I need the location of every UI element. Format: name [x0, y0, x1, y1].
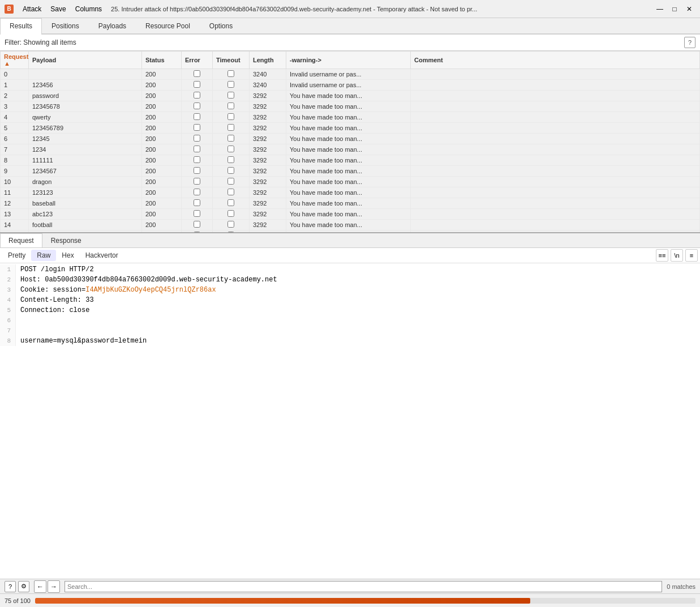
col-header-error[interactable]: Error — [182, 52, 213, 69]
table-row[interactable]: 2 password 200 3292 You have made too ma… — [1, 91, 700, 101]
cell-comment — [411, 134, 700, 144]
cell-comment — [411, 198, 700, 209]
cell-status: 200 — [142, 166, 182, 177]
tab-options[interactable]: Options — [200, 18, 242, 33]
cell-error — [182, 144, 213, 155]
sub-tab-icon-group: ≡≡ \n ≡ — [656, 249, 698, 262]
menu-columns[interactable]: Columns — [73, 4, 104, 14]
cell-error — [182, 166, 213, 177]
col-header-timeout[interactable]: Timeout — [213, 52, 250, 69]
status-bar: ? ⚙ ← → 0 matches — [0, 579, 700, 593]
col-header-length[interactable]: Length — [250, 52, 286, 69]
menu-icon-button[interactable]: ≡ — [685, 249, 698, 262]
line-content-5: Connection: close — [16, 305, 89, 315]
tab-resource-pool[interactable]: Resource Pool — [136, 18, 200, 33]
filter-help-button[interactable]: ? — [684, 37, 695, 48]
search-input[interactable] — [65, 581, 662, 592]
table-row[interactable]: 5 123456789 200 3292 You have made too m… — [1, 123, 700, 134]
cell-timeout — [213, 69, 250, 80]
cell-error — [182, 134, 213, 144]
menu-attack[interactable]: Attack — [20, 4, 44, 14]
tab-positions[interactable]: Positions — [42, 18, 89, 33]
table-row[interactable]: 3 12345678 200 3292 You have made too ma… — [1, 101, 700, 112]
close-button[interactable]: ✕ — [683, 3, 695, 15]
col-header-warning[interactable]: -warning-> — [286, 52, 411, 69]
code-area: 1 POST /login HTTP/2 2 Host: 0ab500d3039… — [0, 263, 700, 579]
table-row[interactable]: 12 baseball 200 3292 You have made too m… — [1, 198, 700, 209]
col-header-payload[interactable]: Payload — [29, 52, 142, 69]
col-header-comment[interactable]: Comment — [411, 52, 700, 69]
cell-error — [182, 187, 213, 198]
cell-request: 3 — [1, 101, 29, 112]
sub-tab-hex[interactable]: Hex — [56, 250, 79, 261]
cell-payload: 111111 — [29, 155, 142, 166]
cell-comment — [411, 220, 700, 230]
col-header-request[interactable]: Request ▲ — [1, 52, 29, 69]
cell-comment — [411, 91, 700, 101]
prev-button[interactable]: ← — [34, 580, 46, 593]
table-row[interactable]: 6 12345 200 3292 You have made too man..… — [1, 134, 700, 144]
cell-timeout — [213, 177, 250, 187]
cell-request: 10 — [1, 177, 29, 187]
code-line-8: 8 username=mysql&password=letmein — [0, 336, 700, 346]
cell-length: 3292 — [250, 112, 286, 123]
table-row[interactable]: 10 dragon 200 3292 You have made too man… — [1, 177, 700, 187]
table-row[interactable]: 14 football 200 3292 You have made too m… — [1, 220, 700, 230]
tab-results[interactable]: Results — [0, 18, 42, 35]
table-row[interactable]: 11 123123 200 3292 You have made too man… — [1, 187, 700, 198]
table-row[interactable]: 7 1234 200 3292 You have made too man... — [1, 144, 700, 155]
cell-payload: baseball — [29, 198, 142, 209]
cell-length: 3292 — [250, 187, 286, 198]
table-row[interactable]: 13 abc123 200 3292 You have made too man… — [1, 209, 700, 220]
menu-bar: Attack Save Columns — [20, 4, 104, 14]
status-icons: ? ⚙ — [5, 581, 29, 592]
sub-tab-raw[interactable]: Raw — [31, 250, 56, 261]
line-content-8: username=mysql&password=letmein — [16, 336, 147, 346]
line-content-1: POST /login HTTP/2 — [16, 264, 94, 275]
panel-tab-response[interactable]: Response — [42, 233, 90, 247]
cell-timeout — [213, 123, 250, 134]
menu-save[interactable]: Save — [48, 4, 68, 14]
panel-tab-request[interactable]: Request — [0, 233, 42, 247]
cell-timeout — [213, 209, 250, 220]
table-row[interactable]: 8 111111 200 3292 You have made too man.… — [1, 155, 700, 166]
settings-icon-button[interactable]: ⚙ — [18, 581, 29, 592]
progress-bar-track — [35, 598, 695, 604]
tab-payloads[interactable]: Payloads — [89, 18, 136, 33]
panel-tabs: Request Response — [0, 233, 700, 248]
cell-payload: 12345678 — [29, 101, 142, 112]
cell-timeout — [213, 155, 250, 166]
table-row[interactable]: 9 1234567 200 3292 You have made too man… — [1, 166, 700, 177]
cell-status: 200 — [142, 69, 182, 80]
cell-comment — [411, 101, 700, 112]
col-header-status[interactable]: Status — [142, 52, 182, 69]
code-line-1: 1 POST /login HTTP/2 — [0, 264, 700, 275]
title-bar: B Attack Save Columns 25. Intruder attac… — [0, 0, 700, 18]
sub-tab-pretty[interactable]: Pretty — [2, 250, 31, 261]
cell-payload: password — [29, 91, 142, 101]
cell-payload: qwerty — [29, 112, 142, 123]
sub-tab-hackvertor[interactable]: Hackvertor — [80, 250, 124, 261]
cell-request: 2 — [1, 91, 29, 101]
cell-error — [182, 220, 213, 230]
help-icon-button[interactable]: ? — [5, 581, 16, 592]
cell-status: 200 — [142, 123, 182, 134]
cell-request: 6 — [1, 134, 29, 144]
cell-length: 3292 — [250, 134, 286, 144]
cell-length: 3292 — [250, 123, 286, 134]
minimize-button[interactable]: — — [654, 3, 666, 15]
cell-payload: dragon — [29, 177, 142, 187]
next-button[interactable]: → — [48, 580, 60, 593]
newline-icon-button[interactable]: \n — [671, 249, 683, 262]
table-row[interactable]: 1 123456 200 3240 Invalid username or pa… — [1, 80, 700, 91]
table-row[interactable]: 0 200 3240 Invalid username or pas... — [1, 69, 700, 80]
filter-bar: Filter: Showing all items ? — [0, 35, 700, 51]
code-line-2: 2 Host: 0ab500d30390f4db804a7663002d009d… — [0, 275, 700, 285]
table-row[interactable]: 4 qwerty 200 3292 You have made too man.… — [1, 112, 700, 123]
cell-request: 13 — [1, 209, 29, 220]
results-table: Request ▲ Payload Status Error Timeout L… — [0, 51, 700, 232]
cell-warning: You have made too man... — [286, 187, 411, 198]
cell-comment — [411, 144, 700, 155]
format-icon-button[interactable]: ≡≡ — [656, 249, 668, 262]
maximize-button[interactable]: □ — [668, 3, 681, 15]
